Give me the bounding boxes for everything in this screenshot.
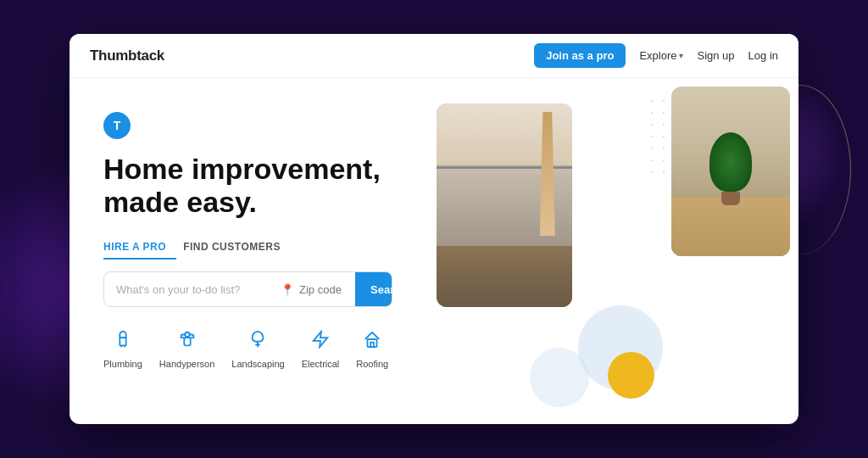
right-panel (420, 78, 798, 424)
thumbtack-brand-icon: T (103, 112, 131, 139)
signup-nav-link[interactable]: Sign up (697, 49, 734, 62)
tab-hire-pro[interactable]: HIRE A PRO (103, 236, 176, 260)
tab-find-customers[interactable]: FIND CUSTOMERS (183, 236, 291, 260)
plant-decoration (709, 132, 752, 205)
site-logo: Thumbtack (90, 47, 164, 64)
main-content: T Home improvement, made easy. HIRE A PR… (70, 78, 798, 424)
svg-rect-0 (120, 338, 125, 345)
hero-tabs: HIRE A PRO FIND CUSTOMERS (103, 236, 392, 260)
left-panel: T Home improvement, made easy. HIRE A PR… (70, 78, 420, 424)
zip-section: 📍 (270, 283, 355, 296)
deco-circle-yellow (608, 352, 654, 399)
plumbing-label: Plumbing (103, 359, 142, 369)
room-photo (671, 87, 790, 256)
roofing-label: Roofing (356, 359, 388, 369)
service-item-landscaping[interactable]: Landscaping (231, 324, 284, 369)
zip-input[interactable] (299, 283, 350, 296)
browser-window: Thumbtack Join as a pro Explore ▾ Sign u… (70, 34, 798, 424)
navbar: Thumbtack Join as a pro Explore ▾ Sign u… (70, 34, 798, 78)
search-bar: 📍 Search (103, 271, 392, 307)
service-icons: PlumbingHandypersonLandscapingElectrical… (103, 324, 392, 369)
roofing-icon (357, 324, 387, 355)
search-input[interactable] (104, 283, 270, 296)
location-icon: 📍 (281, 283, 294, 296)
kitchen-photo (437, 103, 572, 307)
plumbing-icon (108, 324, 138, 355)
landscaping-icon (242, 324, 273, 355)
svg-rect-7 (370, 343, 374, 348)
handyperson-icon (172, 324, 203, 355)
nav-right: Join as a pro Explore ▾ Sign up Log in (534, 43, 778, 68)
svg-rect-2 (184, 338, 190, 345)
service-item-handyperson[interactable]: Handyperson (159, 324, 214, 369)
electrical-icon (305, 324, 336, 355)
chevron-down-icon: ▾ (679, 51, 683, 60)
landscaping-label: Landscaping (231, 359, 284, 369)
join-pro-button[interactable]: Join as a pro (534, 43, 626, 68)
service-item-plumbing[interactable]: Plumbing (103, 324, 142, 369)
svg-point-1 (185, 332, 190, 338)
deco-circle-small (530, 348, 589, 407)
login-nav-link[interactable]: Log in (748, 49, 778, 62)
handyperson-label: Handyperson (159, 359, 214, 369)
search-button[interactable]: Search (355, 272, 392, 306)
svg-marker-5 (314, 332, 328, 347)
hero-headline: Home improvement, made easy. (103, 153, 392, 219)
explore-nav-link[interactable]: Explore ▾ (639, 49, 683, 62)
service-item-roofing[interactable]: Roofing (356, 324, 388, 369)
service-item-electrical[interactable]: Electrical (302, 324, 340, 369)
electrical-label: Electrical (302, 359, 340, 369)
